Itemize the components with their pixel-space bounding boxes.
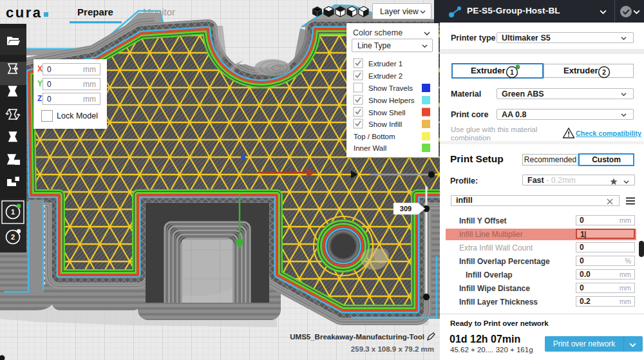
svg-text:Show Infill: Show Infill [368, 120, 402, 128]
svg-text:Monitor: Monitor [143, 6, 175, 17]
svg-text:UMS5_Breakaway-Manufacturing-T: UMS5_Breakaway-Manufacturing-Tool [290, 333, 424, 341]
svg-text:1: 1 [11, 208, 15, 216]
svg-text:Show Helpers: Show Helpers [368, 97, 415, 104]
svg-text:Inner Wall: Inner Wall [354, 144, 386, 152]
svg-text:Extruder 1: Extruder 1 [368, 60, 402, 68]
svg-text:2: 2 [602, 69, 606, 76]
svg-text:cura: cura [6, 5, 42, 21]
svg-text:259.3 x 108.9 x 79.2 mm: 259.3 x 108.9 x 79.2 mm [351, 345, 434, 353]
svg-text:Prepare: Prepare [77, 6, 113, 17]
svg-text:1: 1 [510, 69, 514, 76]
svg-text:Extruder 2: Extruder 2 [368, 72, 402, 80]
svg-text:309: 309 [400, 205, 412, 213]
svg-text:Show Travels: Show Travels [368, 84, 413, 92]
svg-text:Show Shell: Show Shell [368, 109, 406, 117]
svg-text:2: 2 [11, 233, 15, 241]
svg-text:Top / Bottom: Top / Bottom [354, 133, 395, 140]
